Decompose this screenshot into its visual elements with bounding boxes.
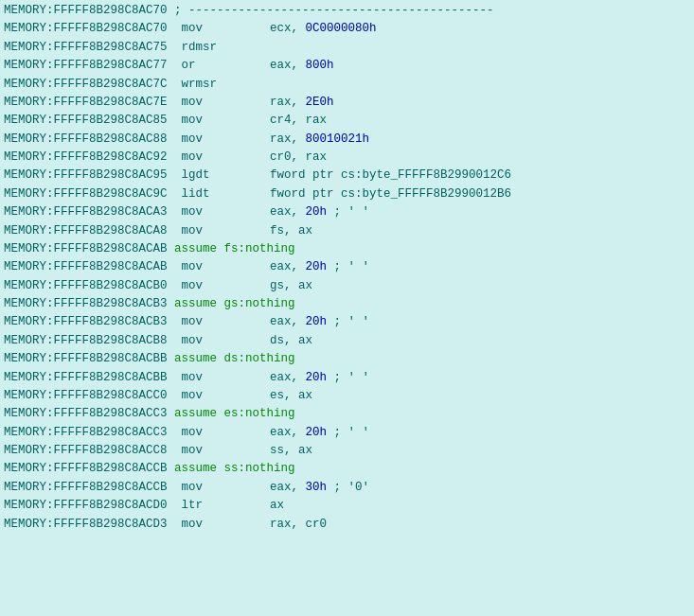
address: MEMORY:FFFFF8B298C8ACB3 [4, 313, 168, 331]
hex-value: 80010021h [306, 132, 370, 146]
code-line: MEMORY:FFFFF8B298C8ACC0 mov es, ax [4, 387, 690, 405]
code-line: MEMORY:FFFFF8B298C8ACC8 mov ss, ax [4, 442, 690, 460]
code-line: MEMORY:FFFFF8B298C8AC95 lgdt fword ptr c… [4, 167, 690, 185]
assume-directive: assume gs:nothing [168, 295, 295, 313]
assume-directive: assume ds:nothing [168, 350, 295, 368]
mnemonic: mov [174, 442, 227, 460]
code-line: MEMORY:FFFFF8B298C8AC77 or eax, 800h [4, 57, 690, 75]
code-line: MEMORY:FFFFF8B298C8ACBB mov eax, 20h ; '… [4, 369, 690, 387]
hex-value: 800h [306, 59, 334, 72]
address: MEMORY:FFFFF8B298C8ACB3 [4, 295, 168, 313]
mnemonic: mov [174, 203, 227, 221]
address: MEMORY:FFFFF8B298C8AC70 [4, 2, 168, 20]
code-line: MEMORY:FFFFF8B298C8AC7E mov rax, 2E0h [4, 94, 690, 112]
mnemonic: mov [174, 277, 227, 295]
code-line: MEMORY:FFFFF8B298C8ACC3 mov eax, 20h ; '… [4, 424, 690, 442]
mnemonic: mov [174, 20, 227, 38]
mnemonic: mov [174, 112, 227, 130]
operand: ds, ax [227, 332, 312, 350]
address: MEMORY:FFFFF8B298C8ACBB [4, 369, 168, 387]
mnemonic: rdmsr [174, 39, 227, 57]
code-line: MEMORY:FFFFF8B298C8ACAB assume fs:nothin… [4, 240, 690, 258]
operand: eax, 20h ; ' ' [227, 258, 369, 276]
hex-value: 2E0h [306, 96, 334, 109]
address: MEMORY:FFFFF8B298C8ACA3 [4, 203, 168, 221]
assume-directive: assume ss:nothing [168, 460, 295, 478]
address: MEMORY:FFFFF8B298C8ACB0 [4, 277, 168, 295]
operand: eax, 30h ; '0' [227, 479, 369, 497]
operand: rax, 80010021h [227, 131, 369, 149]
operand: eax, 20h ; ' ' [227, 313, 369, 331]
operand: ecx, 0C0000080h [227, 20, 377, 38]
disassembly-container: MEMORY:FFFFF8B298C8AC70 ; --------------… [4, 2, 690, 534]
mnemonic: mov [174, 516, 227, 534]
address: MEMORY:FFFFF8B298C8AC85 [4, 112, 168, 130]
operand: rax, 2E0h [227, 94, 334, 112]
address: MEMORY:FFFFF8B298C8ACBB [4, 350, 168, 368]
code-line: MEMORY:FFFFF8B298C8ACB0 mov gs, ax [4, 277, 690, 295]
mnemonic: mov [174, 313, 227, 331]
code-line: MEMORY:FFFFF8B298C8ACCB assume ss:nothin… [4, 460, 690, 478]
hex-value: 30h [306, 481, 328, 494]
code-line: MEMORY:FFFFF8B298C8ACA3 mov eax, 20h ; '… [4, 203, 690, 221]
operand: cr4, rax [227, 112, 327, 130]
operand: eax, 20h ; ' ' [227, 369, 369, 387]
operand: ax [227, 497, 284, 515]
operand: es, ax [227, 387, 312, 405]
code-line: MEMORY:FFFFF8B298C8AC7C wrmsr [4, 76, 690, 94]
mnemonic: mov [174, 222, 227, 240]
mnemonic: or [174, 57, 227, 75]
comment: ; ' ' [327, 260, 369, 273]
mnemonic: mov [174, 131, 227, 149]
address: MEMORY:FFFFF8B298C8AC9C [4, 185, 168, 203]
address: MEMORY:FFFFF8B298C8ACC8 [4, 442, 168, 460]
operand: ss, ax [227, 442, 312, 460]
address: MEMORY:FFFFF8B298C8AC75 [4, 39, 168, 57]
code-line: MEMORY:FFFFF8B298C8AC70 mov ecx, 0C00000… [4, 20, 690, 38]
operand: gs, ax [227, 277, 312, 295]
operand: cr0, rax [227, 149, 327, 167]
comment: ; ' ' [327, 426, 369, 439]
code-line: MEMORY:FFFFF8B298C8ACA8 mov fs, ax [4, 222, 690, 240]
operand: fs, ax [227, 222, 312, 240]
address: MEMORY:FFFFF8B298C8AC7C [4, 76, 168, 94]
address: MEMORY:FFFFF8B298C8AC92 [4, 149, 168, 167]
address: MEMORY:FFFFF8B298C8ACCB [4, 479, 168, 497]
mnemonic: wrmsr [174, 76, 227, 94]
mnemonic: mov [174, 332, 227, 350]
code-view: { "lines": [ {"addr": "MEMORY:FFFFF8B298… [0, 0, 694, 616]
address: MEMORY:FFFFF8B298C8ACB8 [4, 332, 168, 350]
address: MEMORY:FFFFF8B298C8AC70 [4, 20, 168, 38]
code-line: MEMORY:FFFFF8B298C8AC88 mov rax, 8001002… [4, 131, 690, 149]
operand: eax, 800h [227, 57, 334, 75]
comment: ; ' ' [327, 371, 369, 384]
mnemonic: ltr [174, 497, 227, 515]
code-line: MEMORY:FFFFF8B298C8AC85 mov cr4, rax [4, 112, 690, 130]
address: MEMORY:FFFFF8B298C8ACA8 [4, 222, 168, 240]
hex-value: 20h [306, 260, 328, 273]
mnemonic: lgdt [174, 167, 227, 185]
address: MEMORY:FFFFF8B298C8AC77 [4, 57, 168, 75]
code-line: MEMORY:FFFFF8B298C8ACC3 assume es:nothin… [4, 405, 690, 423]
operand: fword ptr cs:byte_FFFFF8B2990012B6 [227, 185, 511, 203]
mnemonic: mov [174, 149, 227, 167]
comment: ; ' ' [327, 205, 369, 219]
code-line: MEMORY:FFFFF8B298C8ACCB mov eax, 30h ; '… [4, 479, 690, 497]
code-line: MEMORY:FFFFF8B298C8AC9C lidt fword ptr c… [4, 185, 690, 203]
code-line: MEMORY:FFFFF8B298C8AC70 ; --------------… [4, 2, 690, 20]
code-line: MEMORY:FFFFF8B298C8ACD0 ltr ax [4, 497, 690, 515]
operand: rax, cr0 [227, 516, 327, 534]
operand: eax, 20h ; ' ' [227, 424, 369, 442]
separator: ; --------------------------------------… [168, 2, 494, 20]
address: MEMORY:FFFFF8B298C8AC95 [4, 167, 168, 185]
hex-value: 20h [306, 205, 328, 219]
code-line: MEMORY:FFFFF8B298C8AC75 rdmsr [4, 39, 690, 57]
mnemonic: mov [174, 94, 227, 112]
mnemonic: mov [174, 387, 227, 405]
address: MEMORY:FFFFF8B298C8ACD3 [4, 516, 168, 534]
address: MEMORY:FFFFF8B298C8ACC3 [4, 405, 168, 423]
mnemonic: mov [174, 369, 227, 387]
mnemonic: mov [174, 424, 227, 442]
mnemonic: mov [174, 479, 227, 497]
code-line: MEMORY:FFFFF8B298C8ACBB assume ds:nothin… [4, 350, 690, 368]
